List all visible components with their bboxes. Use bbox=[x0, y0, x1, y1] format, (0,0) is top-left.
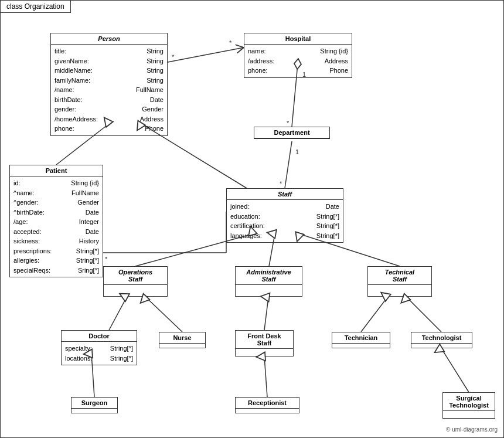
class-surgical-technologist-header: SurgicalTechnologist bbox=[443, 393, 495, 411]
class-patient: Patient id:String {id} ^name:FullName ^g… bbox=[9, 165, 103, 277]
class-staff: Staff joined:Date education:String[*] ce… bbox=[226, 188, 343, 243]
class-surgeon: Surgeon bbox=[71, 397, 118, 413]
class-surgeon-header: Surgeon bbox=[71, 398, 117, 409]
class-technician-header: Technician bbox=[332, 332, 390, 344]
class-person: Person title:String givenName:String mid… bbox=[50, 33, 168, 136]
svg-line-6 bbox=[285, 141, 292, 188]
svg-text:*: * bbox=[287, 120, 290, 127]
svg-line-22 bbox=[264, 297, 268, 330]
svg-line-11 bbox=[168, 47, 244, 62]
svg-text:*: * bbox=[105, 256, 108, 263]
svg-text:*: * bbox=[172, 53, 175, 60]
class-doctor: Doctor specialty:String[*] locations:Str… bbox=[61, 330, 137, 365]
class-front-desk-staff-header: Front DeskStaff bbox=[236, 331, 293, 349]
svg-line-26 bbox=[264, 356, 267, 397]
svg-text:*: * bbox=[229, 39, 232, 46]
class-patient-header: Patient bbox=[10, 165, 103, 176]
svg-text:1: 1 bbox=[295, 148, 299, 155]
class-person-header: Person bbox=[51, 33, 167, 45]
class-hospital-body: name:String {id} /address:Address phone:… bbox=[244, 45, 352, 77]
class-administrative-staff-header: AdministrativeStaff bbox=[236, 267, 302, 285]
diagram-container: class Organization Person title:String g… bbox=[0, 0, 504, 438]
class-technical-staff-header: TechnicalStaff bbox=[368, 267, 431, 285]
class-technologist: Technologist bbox=[411, 332, 472, 348]
class-patient-body: id:String {id} ^name:FullName ^gender:Ge… bbox=[10, 176, 103, 277]
svg-line-27 bbox=[441, 348, 469, 392]
svg-line-23 bbox=[361, 297, 387, 332]
svg-line-24 bbox=[407, 297, 441, 332]
class-nurse: Nurse bbox=[159, 332, 206, 348]
svg-text:*: * bbox=[280, 180, 282, 187]
copyright: © uml-diagrams.org bbox=[446, 426, 498, 433]
svg-line-21 bbox=[146, 297, 182, 332]
class-technical-staff: TechnicalStaff bbox=[367, 266, 432, 297]
class-nurse-header: Nurse bbox=[159, 332, 205, 344]
class-doctor-body: specialty:String[*] locations:String[*] bbox=[62, 342, 137, 365]
class-surgical-technologist: SurgicalTechnologist bbox=[442, 392, 495, 419]
diagram-title: class Organization bbox=[1, 1, 71, 13]
svg-line-20 bbox=[109, 297, 127, 330]
class-department-header: Department bbox=[254, 127, 329, 138]
class-doctor-header: Doctor bbox=[62, 331, 137, 342]
class-receptionist-header: Receptionist bbox=[236, 398, 299, 409]
class-staff-body: joined:Date education:String[*] certific… bbox=[227, 200, 343, 242]
class-receptionist: Receptionist bbox=[235, 397, 299, 413]
class-technician: Technician bbox=[332, 332, 390, 348]
class-department: Department bbox=[254, 127, 330, 139]
class-administrative-staff: AdministrativeStaff bbox=[235, 266, 302, 297]
class-hospital-header: Hospital bbox=[244, 33, 352, 45]
class-operations-staff-header: OperationsStaff bbox=[104, 267, 167, 285]
class-hospital: Hospital name:String {id} /address:Addre… bbox=[244, 33, 352, 78]
class-front-desk-staff: Front DeskStaff bbox=[235, 330, 294, 356]
class-person-body: title:String givenName:String middleName… bbox=[51, 45, 167, 135]
class-operations-staff: OperationsStaff bbox=[103, 266, 168, 297]
class-technologist-header: Technologist bbox=[411, 332, 472, 344]
class-staff-header: Staff bbox=[227, 189, 343, 200]
